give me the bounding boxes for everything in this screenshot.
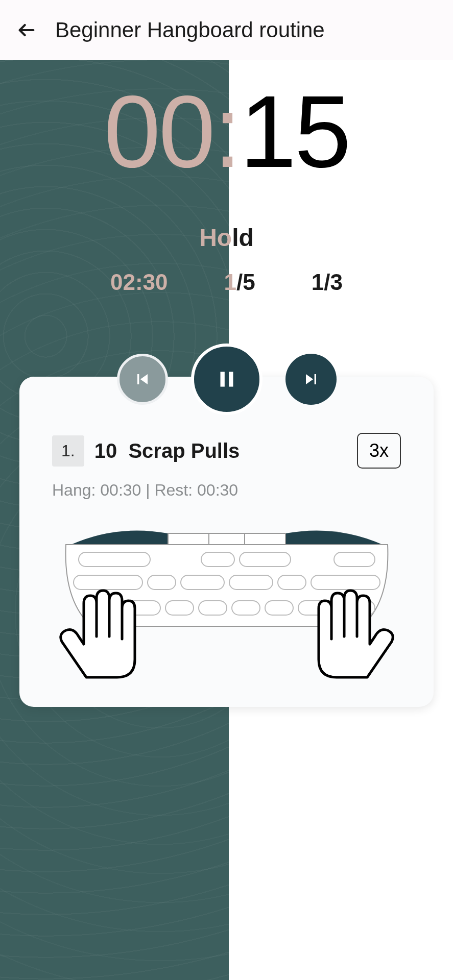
exercise-card: 1. 10 Scrap Pulls 3x Hang: 00:30 | Rest:… xyxy=(19,377,434,707)
main-area: 00:15 Hold 02:30 1/5 1/3 1. 10 Scrap Pu xyxy=(0,60,453,980)
svg-rect-1 xyxy=(220,372,224,386)
svg-rect-3 xyxy=(168,533,285,545)
repetitions-badge[interactable]: 3x xyxy=(357,433,401,469)
left-hand-icon xyxy=(60,591,134,677)
phase-label: Hold xyxy=(0,224,453,252)
timer-colon: : xyxy=(213,75,240,188)
right-hand-icon xyxy=(319,591,393,677)
hangboard-svg xyxy=(56,524,398,682)
pause-icon xyxy=(214,366,240,392)
exercise-header: 1. 10 Scrap Pulls 3x xyxy=(52,433,401,469)
next-button[interactable] xyxy=(285,354,337,405)
timer-seconds: 15 xyxy=(240,75,349,188)
header-bar: Beginner Hangboard routine xyxy=(0,0,453,60)
back-button[interactable] xyxy=(14,18,39,42)
hangboard-illustration xyxy=(52,524,401,682)
playback-controls xyxy=(0,344,453,415)
back-arrow-icon xyxy=(16,20,37,40)
rep-counter: 1/5 xyxy=(224,270,255,295)
app-root: Beginner Hangboard routine 00:15 Hold 02… xyxy=(0,0,453,980)
elapsed-time: 02:30 xyxy=(110,270,168,295)
phase-text-left: Ho xyxy=(199,224,232,251)
svg-rect-2 xyxy=(229,372,233,386)
pause-button[interactable] xyxy=(191,344,263,415)
exercise-name: 10 Scrap Pulls xyxy=(94,439,347,462)
skip-previous-icon xyxy=(132,369,153,389)
exercise-subline: Hang: 00:30 | Rest: 00:30 xyxy=(52,481,401,500)
phase-text-right: ld xyxy=(232,224,254,251)
countdown-timer: 00:15 xyxy=(0,81,453,183)
page-title: Beginner Hangboard routine xyxy=(55,18,325,42)
stats-row: 02:30 1/5 1/3 xyxy=(0,270,453,295)
timer-minutes: 00 xyxy=(104,75,213,188)
set-counter: 1/3 xyxy=(312,270,343,295)
previous-button[interactable] xyxy=(117,354,168,405)
skip-next-icon xyxy=(301,369,321,389)
exercise-index: 1. xyxy=(52,435,84,467)
